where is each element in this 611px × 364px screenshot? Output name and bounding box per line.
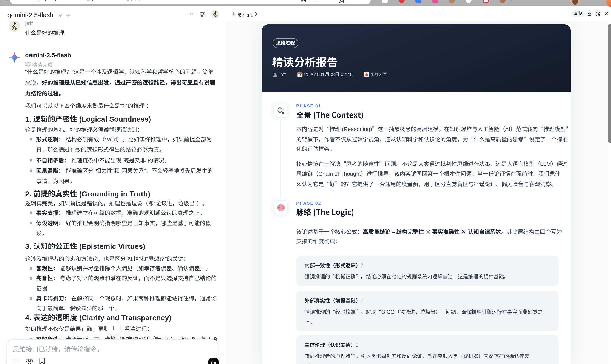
svg-text:17: 17 — [298, 74, 301, 77]
